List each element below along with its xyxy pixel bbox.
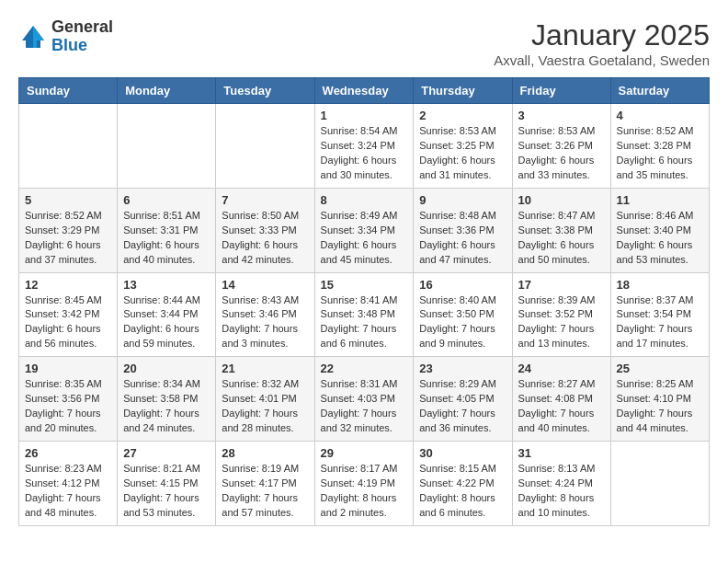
day-number: 13	[123, 278, 210, 292]
header-friday: Friday	[512, 78, 610, 104]
day-number: 18	[617, 278, 703, 292]
calendar-day-cell: 2Sunrise: 8:53 AM Sunset: 3:25 PM Daylig…	[414, 104, 512, 189]
day-number: 21	[222, 362, 308, 375]
header-sunday: Sunday	[19, 78, 118, 104]
day-info: Sunrise: 8:53 AM Sunset: 3:26 PM Dayligh…	[518, 124, 605, 183]
calendar-day-cell: 23Sunrise: 8:29 AM Sunset: 4:05 PM Dayli…	[414, 357, 512, 442]
day-info: Sunrise: 8:45 AM Sunset: 3:42 PM Dayligh…	[25, 293, 111, 352]
day-info: Sunrise: 8:52 AM Sunset: 3:29 PM Dayligh…	[25, 209, 111, 268]
day-number: 25	[617, 362, 703, 375]
calendar-day-cell: 19Sunrise: 8:35 AM Sunset: 3:56 PM Dayli…	[19, 357, 118, 442]
day-number: 12	[25, 278, 111, 292]
calendar-empty-cell	[216, 104, 314, 189]
day-info: Sunrise: 8:17 AM Sunset: 4:19 PM Dayligh…	[321, 462, 408, 521]
header-thursday: Thursday	[414, 78, 512, 104]
day-number: 14	[222, 278, 308, 292]
calendar-day-cell: 1Sunrise: 8:54 AM Sunset: 3:24 PM Daylig…	[314, 104, 414, 189]
day-info: Sunrise: 8:35 AM Sunset: 3:56 PM Dayligh…	[25, 377, 111, 436]
day-info: Sunrise: 8:47 AM Sunset: 3:38 PM Dayligh…	[518, 209, 605, 268]
header-wednesday: Wednesday	[314, 78, 414, 104]
calendar-day-cell: 22Sunrise: 8:31 AM Sunset: 4:03 PM Dayli…	[314, 357, 414, 442]
calendar-day-cell: 27Sunrise: 8:21 AM Sunset: 4:15 PM Dayli…	[118, 442, 216, 526]
day-info: Sunrise: 8:13 AM Sunset: 4:24 PM Dayligh…	[518, 462, 605, 521]
day-number: 6	[123, 193, 210, 207]
calendar-day-cell: 6Sunrise: 8:51 AM Sunset: 3:31 PM Daylig…	[118, 188, 216, 272]
day-info: Sunrise: 8:19 AM Sunset: 4:17 PM Dayligh…	[222, 462, 308, 521]
calendar-header-row: SundayMondayTuesdayWednesdayThursdayFrid…	[19, 78, 710, 104]
location: Axvall, Vaestra Goetaland, Sweden	[494, 52, 710, 68]
title-block: January 2025 Axvall, Vaestra Goetaland, …	[494, 18, 710, 68]
calendar-empty-cell	[610, 442, 709, 526]
day-info: Sunrise: 8:44 AM Sunset: 3:44 PM Dayligh…	[123, 293, 210, 352]
day-info: Sunrise: 8:21 AM Sunset: 4:15 PM Dayligh…	[123, 462, 210, 521]
day-number: 27	[123, 446, 210, 460]
day-number: 17	[518, 278, 605, 292]
day-number: 5	[25, 193, 111, 207]
calendar-day-cell: 26Sunrise: 8:23 AM Sunset: 4:12 PM Dayli…	[19, 442, 118, 526]
page-header: General Blue January 2025 Axvall, Vaestr…	[18, 18, 710, 68]
day-info: Sunrise: 8:37 AM Sunset: 3:54 PM Dayligh…	[617, 293, 703, 352]
calendar-day-cell: 12Sunrise: 8:45 AM Sunset: 3:42 PM Dayli…	[19, 272, 118, 357]
calendar-day-cell: 3Sunrise: 8:53 AM Sunset: 3:26 PM Daylig…	[512, 104, 610, 189]
header-tuesday: Tuesday	[216, 78, 314, 104]
calendar-day-cell: 30Sunrise: 8:15 AM Sunset: 4:22 PM Dayli…	[414, 442, 512, 526]
calendar-week-row: 5Sunrise: 8:52 AM Sunset: 3:29 PM Daylig…	[19, 188, 710, 272]
calendar-day-cell: 4Sunrise: 8:52 AM Sunset: 3:28 PM Daylig…	[610, 104, 709, 189]
calendar-day-cell: 29Sunrise: 8:17 AM Sunset: 4:19 PM Dayli…	[314, 442, 414, 526]
day-number: 19	[25, 362, 111, 375]
day-number: 28	[222, 446, 308, 460]
calendar-day-cell: 14Sunrise: 8:43 AM Sunset: 3:46 PM Dayli…	[216, 272, 314, 357]
logo-icon	[18, 22, 48, 52]
calendar-week-row: 26Sunrise: 8:23 AM Sunset: 4:12 PM Dayli…	[19, 442, 710, 526]
day-info: Sunrise: 8:49 AM Sunset: 3:34 PM Dayligh…	[321, 209, 408, 268]
day-number: 4	[617, 109, 703, 122]
day-number: 9	[419, 193, 506, 207]
day-number: 3	[518, 109, 605, 122]
day-info: Sunrise: 8:43 AM Sunset: 3:46 PM Dayligh…	[222, 293, 308, 352]
day-number: 30	[419, 446, 506, 460]
day-number: 23	[419, 362, 506, 375]
calendar-day-cell: 11Sunrise: 8:46 AM Sunset: 3:40 PM Dayli…	[610, 188, 709, 272]
logo: General Blue	[18, 18, 113, 55]
day-number: 15	[321, 278, 408, 292]
day-number: 26	[25, 446, 111, 460]
day-number: 10	[518, 193, 605, 207]
day-number: 11	[617, 193, 703, 207]
day-number: 16	[419, 278, 506, 292]
day-info: Sunrise: 8:31 AM Sunset: 4:03 PM Dayligh…	[321, 377, 408, 436]
calendar-day-cell: 7Sunrise: 8:50 AM Sunset: 3:33 PM Daylig…	[216, 188, 314, 272]
day-info: Sunrise: 8:48 AM Sunset: 3:36 PM Dayligh…	[419, 209, 506, 268]
header-monday: Monday	[118, 78, 216, 104]
calendar-day-cell: 17Sunrise: 8:39 AM Sunset: 3:52 PM Dayli…	[512, 272, 610, 357]
day-number: 1	[321, 109, 408, 122]
day-info: Sunrise: 8:32 AM Sunset: 4:01 PM Dayligh…	[222, 377, 308, 436]
day-info: Sunrise: 8:50 AM Sunset: 3:33 PM Dayligh…	[222, 209, 308, 268]
calendar-day-cell: 8Sunrise: 8:49 AM Sunset: 3:34 PM Daylig…	[314, 188, 414, 272]
day-info: Sunrise: 8:51 AM Sunset: 3:31 PM Dayligh…	[123, 209, 210, 268]
calendar-table: SundayMondayTuesdayWednesdayThursdayFrid…	[18, 77, 710, 526]
day-number: 24	[518, 362, 605, 375]
day-info: Sunrise: 8:39 AM Sunset: 3:52 PM Dayligh…	[518, 293, 605, 352]
day-number: 29	[321, 446, 408, 460]
calendar-day-cell: 5Sunrise: 8:52 AM Sunset: 3:29 PM Daylig…	[19, 188, 118, 272]
day-info: Sunrise: 8:40 AM Sunset: 3:50 PM Dayligh…	[419, 293, 506, 352]
day-info: Sunrise: 8:53 AM Sunset: 3:25 PM Dayligh…	[419, 124, 506, 183]
day-number: 2	[419, 109, 506, 122]
day-info: Sunrise: 8:29 AM Sunset: 4:05 PM Dayligh…	[419, 377, 506, 436]
logo-text: General Blue	[51, 18, 113, 55]
day-number: 7	[222, 193, 308, 207]
calendar-empty-cell	[118, 104, 216, 189]
calendar-day-cell: 28Sunrise: 8:19 AM Sunset: 4:17 PM Dayli…	[216, 442, 314, 526]
day-info: Sunrise: 8:52 AM Sunset: 3:28 PM Dayligh…	[617, 124, 703, 183]
day-info: Sunrise: 8:34 AM Sunset: 3:58 PM Dayligh…	[123, 377, 210, 436]
day-info: Sunrise: 8:27 AM Sunset: 4:08 PM Dayligh…	[518, 377, 605, 436]
calendar-empty-cell	[19, 104, 118, 189]
day-info: Sunrise: 8:23 AM Sunset: 4:12 PM Dayligh…	[25, 462, 111, 521]
calendar-day-cell: 20Sunrise: 8:34 AM Sunset: 3:58 PM Dayli…	[118, 357, 216, 442]
calendar-week-row: 1Sunrise: 8:54 AM Sunset: 3:24 PM Daylig…	[19, 104, 710, 189]
day-number: 20	[123, 362, 210, 375]
header-saturday: Saturday	[610, 78, 709, 104]
calendar-day-cell: 13Sunrise: 8:44 AM Sunset: 3:44 PM Dayli…	[118, 272, 216, 357]
calendar-day-cell: 15Sunrise: 8:41 AM Sunset: 3:48 PM Dayli…	[314, 272, 414, 357]
calendar-day-cell: 25Sunrise: 8:25 AM Sunset: 4:10 PM Dayli…	[610, 357, 709, 442]
